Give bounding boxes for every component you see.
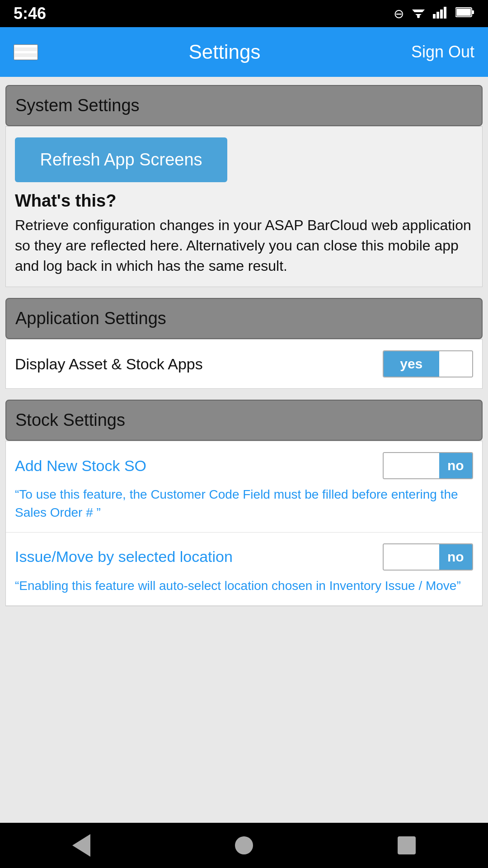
toggle-yes-inactive[interactable] — [384, 453, 439, 478]
application-settings-content: Display Asset & Stock Apps yes — [5, 339, 483, 389]
issue-move-location-toggle[interactable]: no — [383, 543, 473, 571]
svg-rect-7 — [444, 7, 446, 19]
svg-rect-9 — [472, 10, 474, 14]
main-content: System Settings Refresh App Screens What… — [0, 77, 488, 823]
display-asset-toggle[interactable]: yes — [383, 350, 473, 377]
hamburger-line — [14, 51, 37, 53]
sign-out-button[interactable]: Sign Out — [411, 42, 474, 61]
stock-settings-header: Stock Settings — [5, 400, 483, 441]
application-settings-header: Application Settings — [5, 298, 483, 339]
whats-this-description: Retrieve configuration changes in your A… — [15, 215, 473, 276]
display-asset-label: Display Asset & Stock Apps — [15, 355, 203, 373]
toggle-yes-option[interactable]: yes — [384, 351, 439, 377]
navbar: Settings Sign Out — [0, 27, 488, 77]
bottom-nav — [0, 823, 488, 868]
svg-rect-10 — [456, 9, 471, 16]
signal-icon — [433, 6, 449, 22]
system-settings-content: Refresh App Screens What's this? Retriev… — [5, 126, 483, 287]
add-new-stock-so-label: Add New Stock SO — [15, 457, 146, 475]
home-button[interactable] — [235, 836, 253, 854]
add-new-stock-so-note: “To use this feature, the Customer Code … — [15, 486, 473, 521]
battery-icon — [455, 6, 474, 21]
back-button[interactable] — [72, 834, 90, 857]
add-new-stock-so-item: Add New Stock SO no “To use this feature… — [6, 441, 482, 532]
hamburger-line — [14, 45, 37, 47]
stock-settings-content: Add New Stock SO no “To use this feature… — [5, 441, 483, 606]
svg-rect-6 — [440, 9, 443, 19]
stock-settings-title: Stock Settings — [15, 410, 125, 429]
home-icon — [235, 836, 253, 854]
dnd-icon: ⊖ — [394, 6, 404, 21]
status-icons: ⊖ — [394, 6, 474, 22]
status-bar: 5:46 ⊖ — [0, 0, 488, 27]
svg-rect-4 — [433, 14, 436, 19]
hamburger-menu-button[interactable] — [14, 44, 38, 60]
page-title: Settings — [188, 41, 260, 63]
issue-move-location-item: Issue/Move by selected location no “Enab… — [6, 533, 482, 606]
display-asset-row: Display Asset & Stock Apps yes — [15, 350, 473, 377]
toggle-no-option[interactable]: no — [439, 453, 473, 478]
whats-this-title: What's this? — [15, 191, 473, 211]
toggle-yes-inactive-2[interactable] — [384, 544, 439, 570]
back-icon — [72, 834, 90, 857]
svg-point-3 — [417, 15, 420, 18]
recents-button[interactable] — [398, 836, 416, 854]
issue-move-location-label: Issue/Move by selected location — [15, 548, 233, 566]
wifi-icon — [410, 6, 427, 22]
system-settings-header: System Settings — [5, 85, 483, 126]
status-time: 5:46 — [14, 4, 46, 23]
toggle-no-option-2[interactable]: no — [439, 544, 473, 570]
recents-icon — [398, 836, 416, 854]
svg-rect-5 — [436, 12, 439, 19]
refresh-app-screens-button[interactable]: Refresh App Screens — [15, 137, 227, 182]
add-new-stock-so-row: Add New Stock SO no — [15, 452, 473, 479]
issue-move-location-row: Issue/Move by selected location no — [15, 543, 473, 571]
system-settings-title: System Settings — [15, 96, 140, 115]
issue-move-location-note: “Enabling this feature will auto-select … — [15, 577, 473, 594]
add-new-stock-so-toggle[interactable]: no — [383, 452, 473, 479]
application-settings-title: Application Settings — [15, 309, 166, 328]
toggle-no-inactive[interactable] — [439, 351, 473, 377]
hamburger-line — [14, 57, 37, 59]
